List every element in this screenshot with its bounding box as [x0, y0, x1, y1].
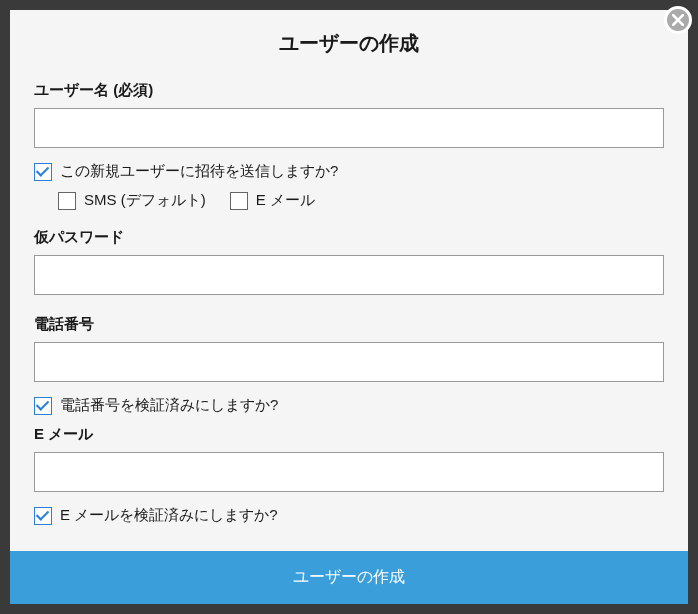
close-button[interactable]	[664, 6, 692, 34]
temp-password-label: 仮パスワード	[34, 228, 664, 247]
modal-body: ユーザーの作成 ユーザー名 (必須) この新規ユーザーに招待を送信しますか? S…	[10, 10, 688, 551]
email-verified-label: E メールを検証済みにしますか?	[60, 506, 278, 525]
email-input[interactable]	[34, 452, 664, 492]
phone-verified-row: 電話番号を検証済みにしますか?	[34, 396, 664, 415]
temp-password-input[interactable]	[34, 255, 664, 295]
email-verified-checkbox[interactable]	[34, 507, 52, 525]
phone-input[interactable]	[34, 342, 664, 382]
email-label: E メール	[34, 425, 664, 444]
invite-sms-row: SMS (デフォルト)	[58, 191, 206, 210]
invite-label: この新規ユーザーに招待を送信しますか?	[60, 162, 338, 181]
phone-verified-label: 電話番号を検証済みにしますか?	[60, 396, 278, 415]
close-icon	[672, 14, 684, 26]
invite-email-checkbox[interactable]	[230, 192, 248, 210]
username-label: ユーザー名 (必須)	[34, 81, 664, 100]
modal-title: ユーザーの作成	[34, 30, 664, 57]
invite-sms-checkbox[interactable]	[58, 192, 76, 210]
invite-email-row: E メール	[230, 191, 315, 210]
invite-row: この新規ユーザーに招待を送信しますか?	[34, 162, 664, 181]
phone-label: 電話番号	[34, 315, 664, 334]
email-verified-row: E メールを検証済みにしますか?	[34, 506, 664, 525]
create-user-modal: ユーザーの作成 ユーザー名 (必須) この新規ユーザーに招待を送信しますか? S…	[10, 10, 688, 604]
invite-email-label: E メール	[256, 191, 315, 210]
username-input[interactable]	[34, 108, 664, 148]
invite-sms-label: SMS (デフォルト)	[84, 191, 206, 210]
create-user-button[interactable]: ユーザーの作成	[10, 551, 688, 604]
phone-verified-checkbox[interactable]	[34, 397, 52, 415]
invite-methods: SMS (デフォルト) E メール	[58, 191, 664, 210]
invite-checkbox[interactable]	[34, 163, 52, 181]
